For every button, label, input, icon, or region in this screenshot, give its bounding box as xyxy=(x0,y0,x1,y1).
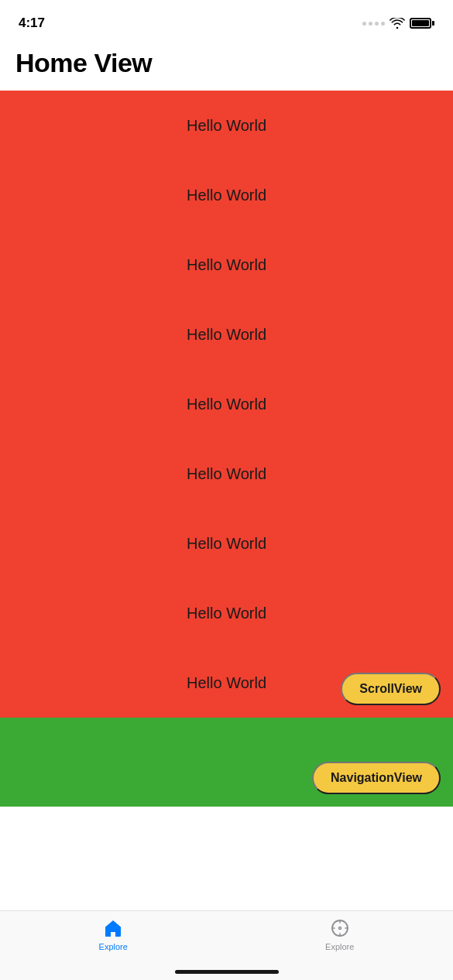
list-item: Hello World xyxy=(0,509,453,578)
list-item: Hello World xyxy=(0,369,453,439)
tab-item-explore-active[interactable]: Explore xyxy=(82,917,144,951)
page-title: Home View xyxy=(15,48,438,78)
compass-icon xyxy=(329,917,351,939)
list-item: Hello World xyxy=(0,230,453,300)
list-item: Hello World xyxy=(0,439,453,509)
status-time: 4:17 xyxy=(19,15,45,31)
list-item: Hello World xyxy=(0,578,453,648)
page-title-container: Home View xyxy=(0,42,453,91)
tab-label-explore-inactive: Explore xyxy=(325,942,354,951)
hello-world-list: Hello World Hello World Hello World Hell… xyxy=(0,91,453,718)
tab-label-explore-active: Explore xyxy=(99,942,128,951)
navigationview-badge[interactable]: NavigationView xyxy=(312,762,441,794)
wifi-icon xyxy=(390,18,405,29)
red-scroll-section[interactable]: Hello World Hello World Hello World Hell… xyxy=(0,91,453,718)
list-item: Hello World xyxy=(0,91,453,160)
scrollview-badge[interactable]: ScrollView xyxy=(341,673,441,705)
svg-point-1 xyxy=(338,927,341,930)
green-section: NavigationView xyxy=(0,718,453,807)
signal-icon xyxy=(362,22,385,26)
status-icons xyxy=(362,18,434,29)
home-icon xyxy=(102,917,124,939)
home-indicator xyxy=(175,970,279,974)
list-item: Hello World xyxy=(0,300,453,369)
tab-item-explore-inactive[interactable]: Explore xyxy=(309,917,371,951)
list-item: Hello World xyxy=(0,160,453,230)
status-bar: 4:17 xyxy=(0,0,453,42)
battery-icon xyxy=(410,18,434,29)
